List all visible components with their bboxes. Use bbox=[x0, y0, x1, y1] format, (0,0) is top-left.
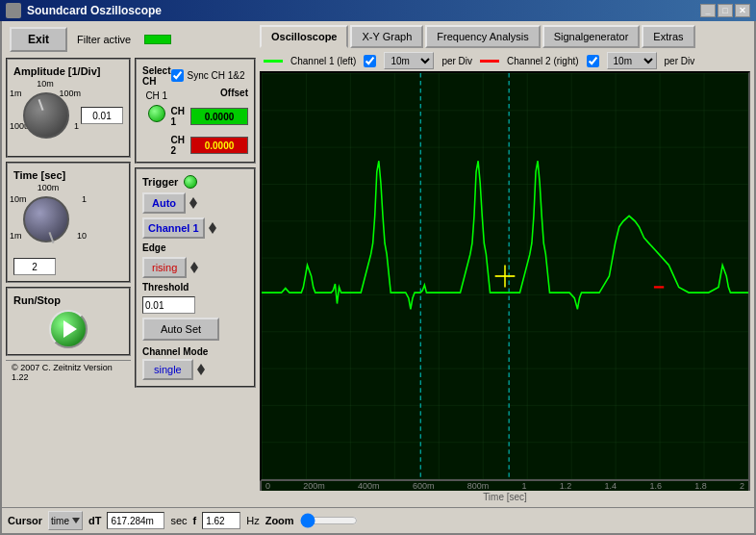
rising-down-icon[interactable] bbox=[190, 268, 198, 273]
trigger-auto-row: Auto bbox=[142, 192, 248, 214]
amplitude-input[interactable] bbox=[81, 107, 123, 124]
dt-label: dT bbox=[88, 515, 101, 526]
channel-controls: Channel 1 (left) 10m100m1 per Div Channe… bbox=[260, 50, 750, 71]
tick-1.8: 1.8 bbox=[694, 481, 707, 491]
exit-button[interactable]: Exit bbox=[10, 27, 67, 52]
f-value: 1.62 bbox=[202, 512, 240, 529]
time-label-1: 1 bbox=[82, 194, 87, 204]
auto-set-button[interactable]: Auto Set bbox=[142, 318, 219, 341]
trigger-led bbox=[184, 175, 197, 189]
amp-label-100m: 100m bbox=[59, 89, 81, 98]
time-label-100m: 100m bbox=[38, 183, 60, 192]
trigger-rising-button[interactable]: rising bbox=[142, 257, 187, 278]
tick-1.6: 1.6 bbox=[649, 481, 662, 491]
run-stop-title: Run/Stop bbox=[13, 294, 123, 306]
tick-200m: 200m bbox=[303, 481, 325, 491]
sync-checkbox[interactable] bbox=[171, 69, 184, 82]
trigger-controls: Auto Channel 1 bbox=[142, 192, 248, 341]
time-title: Time [sec] bbox=[13, 169, 123, 181]
ch2-visible-checkbox[interactable] bbox=[587, 55, 599, 67]
ch2-control-label: Channel 2 (right) bbox=[507, 56, 578, 66]
trigger-channel-button[interactable]: Channel 1 bbox=[142, 217, 205, 239]
minimize-button[interactable]: _ bbox=[700, 4, 716, 17]
select-ch-label: Select CH bbox=[142, 65, 171, 87]
time-knob[interactable] bbox=[23, 196, 69, 242]
zoom-slider[interactable] bbox=[300, 515, 358, 526]
tick-2: 2 bbox=[740, 481, 744, 491]
auto-down-icon[interactable] bbox=[189, 203, 197, 209]
ch2-per-div-label: per Div bbox=[665, 56, 695, 66]
sync-label: Sync CH 1&2 bbox=[188, 70, 245, 81]
header-row: Exit Filter active bbox=[6, 25, 256, 54]
mode-down-icon[interactable] bbox=[197, 369, 205, 375]
title-text: Soundcard Oszilloscope bbox=[27, 4, 162, 17]
ch1-control-label: Channel 1 (left) bbox=[290, 56, 356, 66]
tab-oscilloscope[interactable]: Oscilloscope bbox=[260, 25, 348, 48]
zoom-label: Zoom bbox=[265, 515, 294, 526]
threshold-input[interactable] bbox=[142, 296, 195, 314]
window-controls: _ □ ✕ bbox=[700, 4, 750, 17]
run-stop-button[interactable] bbox=[49, 310, 88, 348]
time-input[interactable] bbox=[13, 258, 56, 275]
sync-row: Sync CH 1&2 bbox=[171, 69, 248, 82]
dt-value: 617.284m bbox=[107, 512, 164, 529]
tick-1.4: 1.4 bbox=[605, 481, 617, 491]
trigger-channel-row: Channel 1 bbox=[142, 217, 248, 239]
select-ch-area: Select CH CH 1 bbox=[142, 65, 171, 122]
time-knob-tick bbox=[48, 232, 54, 243]
channel-mode-area: Channel Mode single bbox=[142, 346, 248, 380]
trigger-title: Trigger bbox=[142, 176, 178, 188]
app-icon bbox=[6, 3, 21, 18]
ch1-per-div-label: per Div bbox=[441, 56, 472, 66]
trigger-edge-row: rising bbox=[142, 257, 248, 278]
tabs-row: Oscilloscope X-Y Graph Frequency Analysi… bbox=[260, 25, 750, 48]
left-col1: Amplitude [1/Div] 10m 100m 1 1m 100u bbox=[6, 58, 131, 503]
ch2-per-div-select[interactable]: 10m100m1 bbox=[607, 52, 657, 69]
ch1-offset-input[interactable] bbox=[190, 108, 248, 125]
right-panel: Oscilloscope X-Y Graph Frequency Analysi… bbox=[260, 25, 750, 503]
maximize-button[interactable]: □ bbox=[718, 4, 733, 17]
cursor-label: Cursor bbox=[8, 515, 42, 526]
copyright: © 2007 C. Zeitnitz Version 1.22 bbox=[6, 360, 131, 384]
cursor-row: Cursor time dT 617.284m sec f 1.62 Hz Zo… bbox=[2, 507, 754, 533]
mode-arrows bbox=[197, 364, 205, 375]
trigger-auto-button[interactable]: Auto bbox=[142, 192, 186, 214]
time-axis-label: Time [sec] bbox=[260, 491, 750, 503]
time-label-1m: 1m bbox=[10, 231, 22, 241]
ch1-visible-checkbox[interactable] bbox=[364, 55, 376, 67]
tick-600m: 600m bbox=[413, 481, 435, 491]
amplitude-knob[interactable] bbox=[23, 92, 69, 139]
trigger-auto-arrows bbox=[189, 197, 197, 209]
ch2-line-indicator bbox=[480, 60, 499, 63]
amplitude-panel: Amplitude [1/Div] 10m 100m 1 1m 100u bbox=[6, 58, 131, 158]
threshold-label: Threshold bbox=[142, 282, 248, 293]
tab-xy-graph[interactable]: X-Y Graph bbox=[350, 25, 423, 48]
amp-label-10m: 10m bbox=[37, 79, 54, 89]
tab-frequency-analysis[interactable]: Frequency Analysis bbox=[425, 25, 540, 48]
trigger-ch-arrows bbox=[209, 222, 216, 234]
title-bar: Soundcard Oszilloscope _ □ ✕ bbox=[0, 0, 756, 21]
run-stop-btn-area bbox=[13, 310, 123, 348]
play-icon bbox=[63, 320, 77, 338]
tab-signalgenerator[interactable]: Signalgenerator bbox=[542, 25, 641, 48]
cursor-time-dropdown[interactable]: time bbox=[48, 511, 83, 530]
amplitude-knob-tick bbox=[38, 99, 44, 111]
close-button[interactable]: ✕ bbox=[735, 4, 750, 17]
tab-extras[interactable]: Extras bbox=[642, 25, 694, 48]
tick-800m: 800m bbox=[467, 481, 490, 491]
ch1-led bbox=[148, 105, 165, 122]
channel-mode-label: Channel Mode bbox=[142, 346, 248, 357]
tick-0: 0 bbox=[265, 481, 270, 491]
ch2-offset-input[interactable] bbox=[190, 137, 248, 154]
ch1-label: CH 1 bbox=[145, 90, 167, 101]
ch-down-icon[interactable] bbox=[209, 228, 216, 234]
trigger-rising-arrows bbox=[190, 262, 198, 273]
f-unit: Hz bbox=[246, 515, 259, 526]
channel-mode-single-button[interactable]: single bbox=[142, 359, 193, 380]
ch1-line-indicator bbox=[264, 60, 283, 63]
ch1-per-div-select[interactable]: 10m100m1 bbox=[384, 52, 434, 69]
time-axis-ticks: 0 200m 400m 600m 800m 1 1.2 1.4 1.6 1.8 … bbox=[260, 481, 750, 491]
time-knob-container: 100m 1 10m 1m 10 bbox=[13, 185, 83, 254]
dt-unit: sec bbox=[170, 515, 187, 526]
amp-input-area bbox=[81, 107, 123, 124]
